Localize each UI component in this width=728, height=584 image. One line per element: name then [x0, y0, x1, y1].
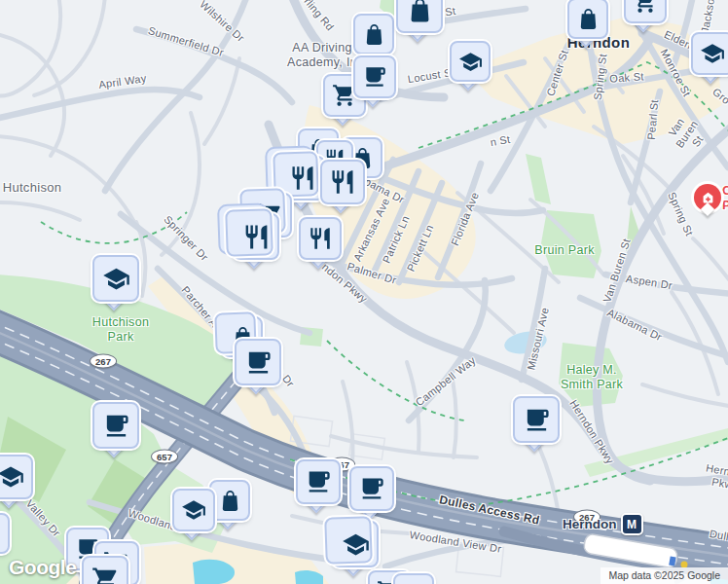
metro-station-herndon[interactable]: Herndon M [563, 513, 643, 535]
map-viewport[interactable]: 267267657267 Wilshire DrSummerfield DrAp… [0, 0, 728, 584]
map-attribution: Map data ©2025 Google [601, 567, 728, 584]
attribution-text: Map data ©2025 Google [608, 569, 720, 581]
metro-station-label: Herndon [563, 517, 617, 531]
map-canvas [0, 0, 728, 584]
metro-m-icon: M [621, 513, 643, 535]
google-logo[interactable]: Google [9, 556, 76, 579]
